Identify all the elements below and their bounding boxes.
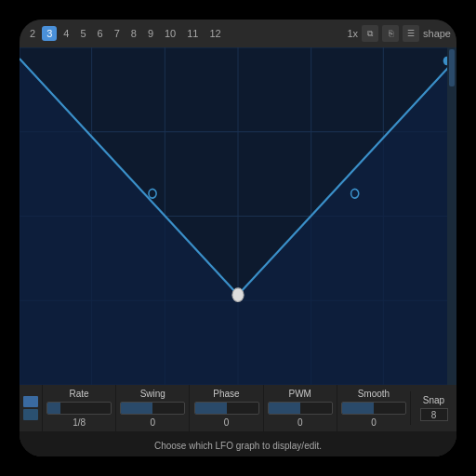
tab-8[interactable]: 8 — [126, 26, 141, 41]
tab-10[interactable]: 10 — [160, 26, 180, 41]
pwm-control: PWM 0 — [263, 385, 337, 431]
smooth-value: 0 — [371, 417, 377, 428]
status-text: Choose which LFO graph to display/edit. — [154, 441, 322, 451]
tab-9[interactable]: 9 — [143, 26, 158, 41]
scrollbar-thumb[interactable] — [449, 49, 455, 86]
lfo-btn-2[interactable] — [23, 409, 38, 420]
snap-control: Snap 8 — [410, 391, 456, 425]
rate-label: Rate — [70, 389, 89, 399]
shape-label: shape — [423, 28, 451, 39]
swing-knob[interactable] — [120, 402, 185, 415]
tab-2[interactable]: 2 — [25, 26, 40, 41]
smooth-knob[interactable] — [341, 402, 406, 415]
snap-label: Snap — [423, 395, 444, 405]
graph-area[interactable] — [20, 47, 456, 385]
phase-control: Phase 0 — [189, 385, 262, 431]
phase-value: 0 — [224, 417, 230, 428]
tab-11[interactable]: 11 — [182, 26, 203, 41]
copy-icon[interactable]: ⧉ — [362, 25, 378, 42]
tab-12[interactable]: 12 — [205, 26, 226, 41]
rate-knob[interactable] — [46, 402, 112, 415]
swing-control: Swing 0 — [115, 385, 189, 431]
swing-label: Swing — [140, 389, 165, 399]
pwm-label: PWM — [288, 389, 311, 399]
multiplier-label: 1x — [347, 28, 358, 39]
tab-bar: 2 3 4 5 6 7 8 9 10 11 12 1x ⧉ ⎘ ☰ shape — [20, 20, 456, 47]
bottom-controls: Rate 1/8 Swing 0 Phase 0 — [20, 385, 456, 456]
tab-5[interactable]: 5 — [75, 26, 90, 41]
tab-4[interactable]: 4 — [59, 26, 73, 41]
phase-knob[interactable] — [194, 402, 259, 415]
pwm-knob[interactable] — [268, 402, 333, 415]
swing-value: 0 — [151, 417, 156, 428]
scrollbar[interactable] — [447, 47, 456, 385]
svg-point-15 — [232, 288, 244, 302]
tab-3[interactable]: 3 — [42, 26, 57, 41]
tab-6[interactable]: 6 — [93, 26, 108, 41]
menu-icon[interactable]: ☰ — [403, 25, 419, 42]
lfo-selectors — [20, 394, 42, 422]
smooth-label: Smooth — [358, 389, 390, 399]
phase-label: Phase — [213, 389, 239, 399]
main-container: 2 3 4 5 6 7 8 9 10 11 12 1x ⧉ ⎘ ☰ shape — [20, 20, 456, 456]
svg-point-13 — [149, 189, 156, 198]
pwm-value: 0 — [298, 417, 303, 428]
rate-value: 1/8 — [73, 417, 86, 428]
controls-row: Rate 1/8 Swing 0 Phase 0 — [20, 385, 456, 432]
rate-control: Rate 1/8 — [42, 385, 115, 431]
tab-7[interactable]: 7 — [110, 26, 125, 41]
snap-value[interactable]: 8 — [420, 408, 448, 421]
lfo-btn-1[interactable] — [23, 396, 38, 407]
lfo-graph[interactable] — [20, 47, 456, 385]
status-bar: Choose which LFO graph to display/edit. — [20, 432, 456, 456]
smooth-control: Smooth 0 — [337, 385, 410, 431]
paste-icon[interactable]: ⎘ — [382, 25, 399, 42]
